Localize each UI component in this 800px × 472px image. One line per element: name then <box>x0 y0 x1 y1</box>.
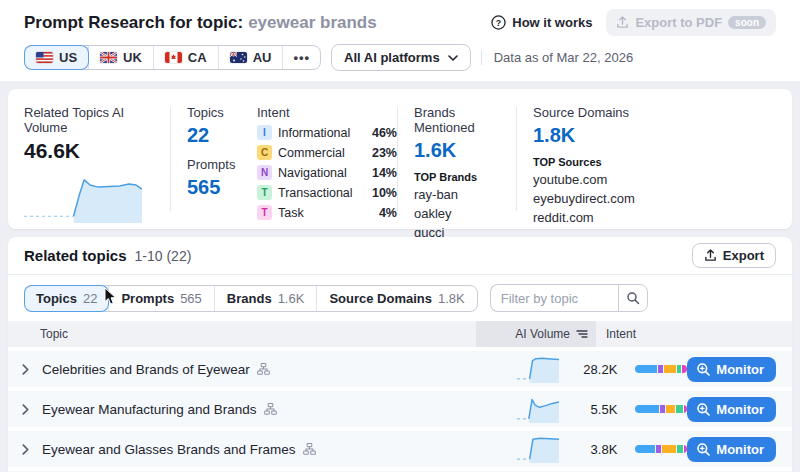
entity-tabs: Topics 22 Prompts 565 Brands 1.6K Source… <box>24 285 478 312</box>
source-domains-count: 1.8K <box>533 124 776 147</box>
topics-label: Topics <box>187 105 257 120</box>
how-it-works-link[interactable]: ? How it works <box>491 15 592 30</box>
top-brands-label: TOP Brands <box>414 171 516 183</box>
country-tab-ca[interactable]: CA <box>153 46 218 69</box>
search-button[interactable] <box>618 284 648 312</box>
tab-topics[interactable]: Topics 22 <box>24 285 109 312</box>
intent-item-commercial: C Commercial 23% <box>257 145 397 160</box>
intent-name: Navigational <box>278 166 347 180</box>
table-row[interactable]: Celebrities and Brands of Eyewear 28.2K … <box>8 351 792 387</box>
more-countries-button[interactable]: ••• <box>282 46 320 69</box>
related-topics-panel: Related topics 1-10 (22) Export Topics 2… <box>8 237 792 472</box>
mindmap-icon[interactable] <box>303 443 316 455</box>
page-title: Prompt Research for topic:eyewear brands <box>24 13 377 33</box>
expand-chevron-icon[interactable] <box>8 444 42 455</box>
ai-volume-cell: 28.2K <box>559 362 621 377</box>
monitor-label: Monitor <box>716 442 764 457</box>
country-code: US <box>59 50 77 65</box>
transactional-badge-icon: T <box>257 185 272 200</box>
intent-bar <box>635 445 687 453</box>
help-icon: ? <box>491 15 506 30</box>
topic-name: Eyewear and Glasses Brands and Frames <box>42 442 296 457</box>
intent-item-task: T Task 4% <box>257 205 397 220</box>
source-domains-label: Source Domains <box>533 105 776 120</box>
topic-cell[interactable]: Eyewear and Glasses Brands and Frames <box>42 442 517 457</box>
intent-name: Commercial <box>278 146 345 160</box>
topic-cell[interactable]: Eyewear Manufacturing and Brands <box>42 402 517 417</box>
column-header-topic: Topic <box>8 327 476 341</box>
export-button[interactable]: Export <box>692 243 776 268</box>
monitor-magnifier-icon <box>696 402 711 417</box>
navigational-badge-icon: N <box>257 165 272 180</box>
mindmap-icon[interactable] <box>264 403 277 415</box>
monitor-magnifier-icon <box>696 442 711 457</box>
country-tab-uk[interactable]: UK <box>88 46 153 69</box>
country-code: CA <box>188 50 207 65</box>
table-header: Topic AI Volume Intent <box>8 321 792 347</box>
upload-icon <box>704 249 717 262</box>
related-topics-title: Related topics <box>24 247 127 264</box>
topic-name: Celebrities and Brands of Eyewear <box>42 362 250 377</box>
ai-volume-cell: 3.8K <box>559 442 621 457</box>
tab-label: Source Domains <box>329 291 432 306</box>
top-source: youtube.com <box>533 171 776 190</box>
filter-input[interactable] <box>490 284 618 312</box>
task-badge-icon: T <box>257 205 272 220</box>
monitor-button[interactable]: Monitor <box>687 437 776 462</box>
column-header-ai-volume[interactable]: AI Volume <box>476 321 596 347</box>
page-title-topic: eyewear brands <box>248 13 377 32</box>
intent-pct: 10% <box>372 186 397 200</box>
country-tab-au[interactable]: AU <box>218 46 283 69</box>
tab-brands[interactable]: Brands 1.6K <box>214 286 317 311</box>
country-tab-us[interactable]: US <box>24 45 89 70</box>
ai-volume-header-label: AI Volume <box>515 327 570 341</box>
page-title-prefix: Prompt Research for topic: <box>24 13 243 32</box>
column-header-intent: Intent <box>596 327 792 341</box>
intent-pct: 23% <box>372 146 397 160</box>
sort-descending-icon <box>576 329 588 339</box>
top-sources-label: TOP Sources <box>533 156 776 168</box>
country-selector: US UK CA AU ••• <box>24 45 321 70</box>
top-brand: oakley <box>414 205 516 224</box>
ai-volume-sparkline <box>24 171 142 223</box>
intent-bar <box>635 405 687 413</box>
intent-bar <box>635 365 687 373</box>
expand-chevron-icon[interactable] <box>8 404 42 415</box>
ai-platform-dropdown[interactable]: All AI platforms <box>331 44 471 71</box>
intent-name: Informational <box>278 126 350 140</box>
export-label: Export <box>723 248 764 263</box>
export-to-pdf-button[interactable]: Export to PDF soon <box>606 9 776 36</box>
soon-badge: soon <box>728 16 766 29</box>
tab-label: Topics <box>36 291 77 306</box>
monitor-button[interactable]: Monitor <box>687 397 776 422</box>
intent-pct: 46% <box>372 126 397 140</box>
table-row[interactable]: Eyewear and Glasses Brands and Frames 3.… <box>8 431 792 467</box>
mindmap-icon[interactable] <box>257 363 270 375</box>
tab-count: 1.6K <box>278 291 305 306</box>
expand-chevron-icon[interactable] <box>8 364 42 375</box>
overview-panel: Related Topics AI Volume 46.6K Topics 22… <box>8 89 792 229</box>
tab-label: Brands <box>227 291 272 306</box>
topic-cell[interactable]: Celebrities and Brands of Eyewear <box>42 362 517 377</box>
top-bar: Prompt Research for topic:eyewear brands… <box>0 0 800 81</box>
intent-item-transactional: T Transactional 10% <box>257 185 397 200</box>
topics-count: 22 <box>187 124 257 147</box>
intent-item-navigational: N Navigational 14% <box>257 165 397 180</box>
row-sparkline <box>517 355 559 383</box>
brands-mentioned-count: 1.6K <box>414 139 516 162</box>
commercial-badge-icon: C <box>257 145 272 160</box>
tab-count: 565 <box>180 291 202 306</box>
intent-label: Intent <box>257 105 397 120</box>
monitor-button[interactable]: Monitor <box>687 357 776 382</box>
tab-prompts[interactable]: Prompts 565 <box>108 286 213 311</box>
upload-icon <box>616 16 629 29</box>
brands-mentioned-label: Brands Mentioned <box>414 105 516 135</box>
data-as-of-label: Data as of Mar 22, 2026 <box>481 50 633 65</box>
intent-pct: 4% <box>379 206 397 220</box>
tab-source-domains[interactable]: Source Domains 1.8K <box>316 286 476 311</box>
ai-volume-value: 46.6K <box>24 139 170 163</box>
chevron-down-icon <box>448 55 458 61</box>
table-row[interactable]: Eyewear Manufacturing and Brands 5.5K Mo… <box>8 391 792 427</box>
row-sparkline <box>517 395 559 423</box>
svg-text:?: ? <box>496 18 501 28</box>
